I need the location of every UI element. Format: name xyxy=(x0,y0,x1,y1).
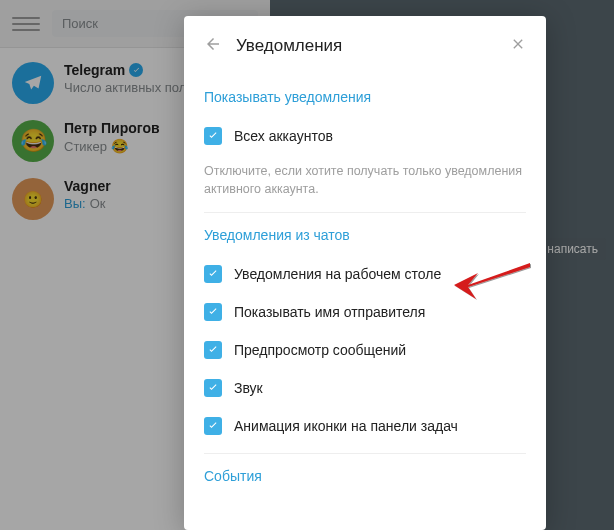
section-chat-notifications: Уведомления из чатов xyxy=(204,227,526,243)
checkbox-show-sender[interactable] xyxy=(204,303,222,321)
setting-sound[interactable]: Звук xyxy=(204,369,526,407)
checkbox-sound[interactable] xyxy=(204,379,222,397)
setting-label: Анимация иконки на панели задач xyxy=(234,418,458,434)
section-events: События xyxy=(204,468,526,484)
section-show-notifications: Показывать уведомления xyxy=(204,89,526,105)
setting-preview[interactable]: Предпросмотр сообщений xyxy=(204,331,526,369)
setting-label: Предпросмотр сообщений xyxy=(234,342,406,358)
setting-label: Звук xyxy=(234,380,263,396)
setting-show-sender[interactable]: Показывать имя отправителя xyxy=(204,293,526,331)
checkbox-preview[interactable] xyxy=(204,341,222,359)
modal-header: Уведомления xyxy=(184,16,546,75)
setting-label: Показывать имя отправителя xyxy=(234,304,425,320)
checkbox-all-accounts[interactable] xyxy=(204,127,222,145)
modal-title: Уведомления xyxy=(236,36,496,56)
checkbox-taskbar-anim[interactable] xyxy=(204,417,222,435)
back-arrow-icon[interactable] xyxy=(204,35,222,57)
section-hint: Отключите, если хотите получать только у… xyxy=(204,155,526,213)
modal-body: Показывать уведомления Всех аккаунтов От… xyxy=(184,75,546,530)
setting-all-accounts[interactable]: Всех аккаунтов xyxy=(204,117,526,155)
setting-desktop-notifications[interactable]: Уведомления на рабочем столе xyxy=(204,255,526,293)
setting-label: Всех аккаунтов xyxy=(234,128,333,144)
checkbox-desktop-notifications[interactable] xyxy=(204,265,222,283)
setting-taskbar-anim[interactable]: Анимация иконки на панели задач xyxy=(204,407,526,445)
close-icon[interactable] xyxy=(510,34,526,57)
notifications-modal: Уведомления Показывать уведомления Всех … xyxy=(184,16,546,530)
setting-label: Уведомления на рабочем столе xyxy=(234,266,441,282)
